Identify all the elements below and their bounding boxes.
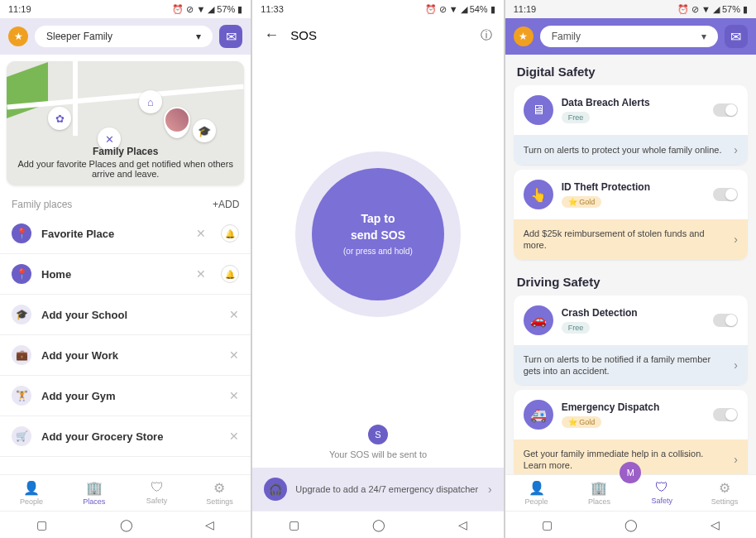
- status-bar: 11:33 ⏰ ⊘ ▼ ◢ 54% ▮: [252, 0, 503, 18]
- nav-places[interactable]: 🏢Places: [63, 475, 126, 511]
- section-driving-safety: Driving Safety: [505, 265, 756, 295]
- nav-people[interactable]: 👤People: [0, 475, 63, 511]
- sys-recents[interactable]: ▢: [289, 518, 299, 531]
- remove-icon[interactable]: ✕: [229, 308, 239, 321]
- remove-icon[interactable]: ✕: [229, 348, 239, 362]
- add-place-button[interactable]: +ADD: [213, 199, 239, 210]
- nav-label: Safety: [651, 497, 672, 505]
- place-label: Add your Grocery Store: [41, 430, 219, 443]
- upgrade-text: Upgrade to add a 24/7 emergency dispatch…: [295, 483, 480, 495]
- car-icon: 🚗: [524, 305, 553, 335]
- map-card[interactable]: ✿ ⌂ ✕ 🎓 Family Places Add your favorite …: [7, 61, 244, 185]
- sys-back[interactable]: ◁: [458, 518, 467, 531]
- info-icon[interactable]: ⓘ: [481, 28, 492, 43]
- map-pin-flower[interactable]: ✿: [48, 107, 71, 130]
- nav-safety[interactable]: 🛡Safety: [630, 475, 693, 511]
- remove-icon[interactable]: ✕: [196, 267, 206, 281]
- family-selector[interactable]: Family ▾: [540, 26, 718, 47]
- place-work[interactable]: 💼 Add your Work ✕: [0, 335, 251, 376]
- status-time: 11:33: [261, 4, 284, 14]
- nav-label: Safety: [146, 497, 168, 505]
- floating-avatar[interactable]: M: [620, 462, 641, 483]
- sos-ring: Tap to send SOS (or press and hold): [295, 151, 461, 317]
- place-gym[interactable]: 🏋 Add your Gym ✕: [0, 376, 251, 416]
- signal-icon: ◢: [461, 4, 467, 15]
- card-header[interactable]: 🖥 Data Breach Alerts Free: [514, 85, 748, 135]
- remove-icon[interactable]: ✕: [196, 227, 206, 240]
- map-pin-home[interactable]: ⌂: [139, 90, 162, 113]
- nav-settings[interactable]: ⚙Settings: [693, 475, 756, 511]
- recipient-avatar[interactable]: S: [368, 425, 388, 444]
- nav-settings[interactable]: ⚙Settings: [188, 475, 251, 511]
- avatar-image: [165, 108, 189, 132]
- card-banner[interactable]: Add $25k reimbursement of stolen funds a…: [514, 219, 748, 260]
- battery-icon: ▮: [490, 4, 495, 15]
- chevron-down-icon: ▾: [701, 31, 706, 42]
- card-header[interactable]: 👆 ID Theft Protection ⭐ Gold: [514, 170, 748, 219]
- toggle-switch[interactable]: [713, 314, 738, 327]
- messages-button[interactable]: ✉: [725, 25, 748, 48]
- gym-icon: 🏋: [12, 386, 31, 406]
- premium-badge-icon[interactable]: ★: [514, 26, 534, 46]
- places-section-header: Family places +ADD: [0, 192, 251, 214]
- map-title: Family Places: [13, 146, 237, 157]
- sys-home[interactable]: ◯: [120, 518, 133, 531]
- family-selector[interactable]: Sleeper Family ▾: [35, 26, 213, 47]
- place-label: Add your School: [41, 309, 219, 321]
- sys-back[interactable]: ◁: [205, 518, 214, 531]
- upgrade-banner[interactable]: 🎧 Upgrade to add a 24/7 emergency dispat…: [252, 468, 503, 511]
- card-header[interactable]: 🚗 Crash Detection Free: [514, 295, 748, 345]
- card-banner[interactable]: Turn on alerts to protect your whole fam…: [514, 135, 748, 165]
- sos-button[interactable]: Tap to send SOS (or press and hold): [312, 168, 444, 300]
- sys-home[interactable]: ◯: [372, 518, 385, 531]
- sys-recents[interactable]: ▢: [542, 518, 553, 531]
- nav-label: Settings: [711, 497, 739, 506]
- chevron-right-icon: ›: [734, 143, 738, 156]
- card-header[interactable]: 🚑 Emergency Dispatch ⭐ Gold: [514, 390, 748, 440]
- pin-icon: 📍: [12, 223, 31, 243]
- place-favorite[interactable]: 📍 Favorite Place ✕ 🔔: [0, 214, 251, 254]
- place-home[interactable]: 📍 Home ✕ 🔔: [0, 254, 251, 295]
- back-button[interactable]: ←: [264, 26, 279, 44]
- envelope-icon: ✉: [730, 29, 741, 45]
- bell-icon[interactable]: 🔔: [221, 224, 239, 243]
- nav-places[interactable]: 🏢Places: [567, 475, 630, 511]
- wifi-icon: ▼: [701, 4, 711, 14]
- screen-safety: 11:19 ⏰ ⊘ ▼ ◢ 57% ▮ ★ Family ▾ ✉ Digital…: [505, 0, 756, 538]
- envelope-icon: ✉: [226, 29, 237, 45]
- wifi-icon: ▼: [449, 4, 458, 14]
- card-text: ID Theft Protection ⭐ Gold: [562, 181, 705, 208]
- nav-safety[interactable]: 🛡Safety: [126, 475, 189, 511]
- family-name: Sleeper Family: [46, 31, 112, 42]
- status-time: 11:19: [514, 4, 537, 14]
- sys-recents[interactable]: ▢: [36, 518, 47, 531]
- bell-icon[interactable]: 🔔: [221, 265, 239, 283]
- nav-people[interactable]: 👤People: [505, 475, 568, 511]
- toggle-switch[interactable]: [713, 103, 738, 117]
- monitor-icon: 🖥: [524, 95, 553, 125]
- place-school[interactable]: 🎓 Add your School ✕: [0, 295, 251, 335]
- chevron-right-icon: ›: [734, 358, 738, 372]
- section-label: Family places: [12, 199, 72, 210]
- safety-icon: 🛡: [151, 480, 164, 495]
- dnd-icon: ⊘: [691, 4, 699, 15]
- chevron-right-icon: ›: [488, 483, 492, 496]
- remove-icon[interactable]: ✕: [229, 389, 239, 402]
- tier-badge: ⭐ Gold: [562, 416, 602, 428]
- sys-back[interactable]: ◁: [711, 518, 720, 531]
- toggle-switch[interactable]: [713, 408, 738, 421]
- sys-home[interactable]: ◯: [624, 518, 638, 531]
- sos-area: Tap to send SOS (or press and hold): [252, 52, 503, 416]
- work-icon: 💼: [12, 345, 31, 365]
- messages-button[interactable]: ✉: [219, 25, 242, 48]
- sos-line2: send SOS: [351, 228, 405, 244]
- place-grocery[interactable]: 🛒 Add your Grocery Store ✕: [0, 416, 251, 457]
- card-banner[interactable]: Turn on alerts to be notified if a famil…: [514, 345, 748, 386]
- tier-badge: Free: [562, 112, 591, 123]
- sos-header: ← SOS ⓘ: [252, 18, 503, 52]
- status-icons: ⏰ ⊘ ▼ ◢ 57% ▮: [172, 4, 242, 15]
- toggle-switch[interactable]: [713, 188, 738, 201]
- remove-icon[interactable]: ✕: [229, 430, 239, 443]
- family-name: Family: [552, 31, 581, 42]
- premium-badge-icon[interactable]: ★: [8, 26, 28, 46]
